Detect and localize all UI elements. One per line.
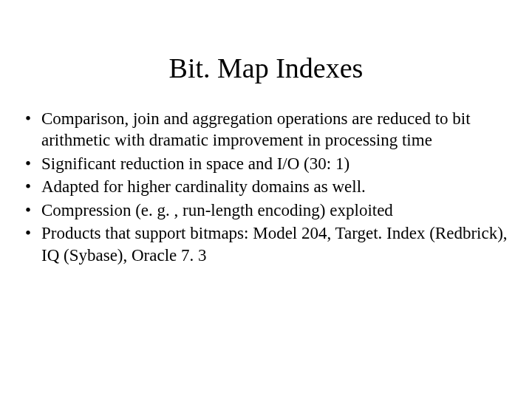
list-item: Compression (e. g. , run-length encoding… (22, 200, 510, 221)
slide-title: Bit. Map Indexes (22, 52, 510, 84)
list-item: Comparison, join and aggregation operati… (22, 108, 510, 151)
list-item: Products that support bitmaps: Model 204… (22, 222, 510, 266)
bullet-list: Comparison, join and aggregation operati… (22, 108, 510, 266)
list-item: Adapted for higher cardinality domains a… (22, 176, 510, 197)
list-item: Significant reduction in space and I/O (… (22, 153, 510, 174)
